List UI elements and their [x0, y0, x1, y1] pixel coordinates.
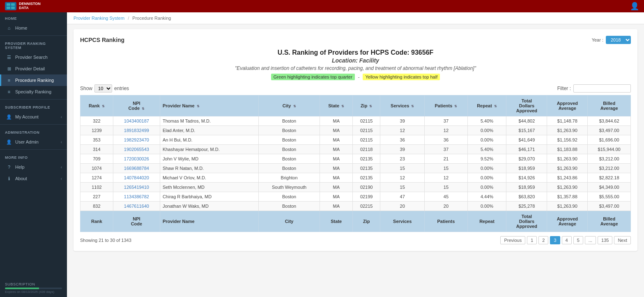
cell-provider: Jonathan W Waks, MD — [160, 202, 258, 211]
cell-state: MA — [320, 116, 353, 126]
footer-state: State — [320, 211, 353, 232]
cell-npi: 1265419410 — [113, 183, 160, 192]
footer-rank: Rank — [80, 211, 113, 232]
table-row: 1074 1669688784 Shaw R Natan, M.D. Bosto… — [80, 164, 631, 173]
col-zip: Zip ⇅ — [353, 95, 380, 116]
cell-rank: 1102 — [80, 183, 113, 192]
sidebar-item-specialty-ranking[interactable]: ≡ Specialty Ranking — [0, 86, 67, 97]
npi-link[interactable]: 1407844020 — [124, 175, 149, 180]
cell-billed-avg: $4,349.00 — [588, 183, 631, 192]
page-btn-2[interactable]: 2 — [538, 236, 548, 244]
cell-provider: Thomas M Tadros, M.D. — [160, 116, 258, 126]
page-btn-135[interactable]: 135 — [598, 236, 612, 244]
cell-repeat: 0.00% — [467, 164, 506, 173]
npi-link[interactable]: 1891832499 — [124, 128, 149, 133]
logo-icon — [5, 2, 16, 10]
breadcrumb-parent[interactable]: Provider Ranking System — [74, 16, 124, 21]
cell-npi: 1891832499 — [113, 126, 160, 135]
col-repeat: Repeat ⇅ — [467, 95, 506, 116]
col-total-dollars: TotalDollarsApproved — [506, 95, 547, 116]
col-rank: Rank ⇅ — [80, 95, 113, 116]
npi-link[interactable]: 1720030026 — [124, 156, 149, 161]
sort-state[interactable]: ⇅ — [341, 104, 344, 108]
cell-repeat: 0.00% — [467, 183, 506, 192]
svg-rect-3 — [11, 7, 15, 9]
cell-repeat: 0.00% — [467, 202, 506, 211]
npi-link[interactable]: 1982923470 — [124, 137, 149, 142]
filter-input[interactable] — [573, 84, 631, 93]
sidebar-label-provider-detail: Provider Detail — [15, 66, 45, 71]
cell-billed-avg: $3,212.00 — [588, 154, 631, 164]
cell-services: 12 — [380, 173, 425, 183]
cell-city: Boston — [258, 145, 320, 154]
sort-city[interactable]: ⇅ — [293, 104, 296, 108]
cell-zip: 02115 — [353, 135, 380, 145]
npi-link[interactable]: 1265419410 — [124, 185, 149, 190]
sidebar-label-my-account: My Account — [15, 114, 39, 119]
next-button[interactable]: Next — [614, 236, 631, 244]
footer-billed: BilledAverage — [588, 211, 631, 232]
sort-rank[interactable]: ⇅ — [102, 104, 105, 108]
sidebar-item-procedure-ranking[interactable]: ≡ Procedure Ranking — [0, 74, 67, 86]
user-avatar-icon[interactable]: 👤 — [630, 2, 639, 11]
cell-city: Boston — [258, 126, 320, 135]
npi-link[interactable]: 1669688784 — [124, 166, 149, 171]
prev-button[interactable]: Previous — [500, 236, 525, 244]
entries-select[interactable]: 10 25 50 — [94, 84, 112, 93]
cell-rank: 709 — [80, 154, 113, 164]
page-btn-1[interactable]: 1 — [527, 236, 537, 244]
sidebar-item-home[interactable]: ⌂ Home — [0, 22, 67, 34]
cell-total-dollars: $15,167 — [506, 126, 547, 135]
sidebar-item-help[interactable]: ? Help ‹ — [0, 161, 67, 173]
entries-label: entries — [114, 86, 129, 91]
subscription-label: SUBSCRIPTION — [5, 282, 62, 286]
breadcrumb: Provider Ranking System / Procedure Rank… — [67, 12, 644, 24]
col-approved-avg: ApprovedAverage — [547, 95, 588, 116]
page-btn-5[interactable]: 5 — [573, 236, 583, 244]
table-row: 832 1467611640 Jonathan W Waks, MD Bosto… — [80, 202, 631, 211]
cell-approved-avg: $1,156.92 — [547, 135, 588, 145]
year-dropdown[interactable]: 2018 2017 2016 — [606, 36, 631, 44]
breadcrumb-separator: / — [128, 16, 129, 21]
show-entries: Show 10 25 50 entries — [80, 84, 129, 93]
sort-services[interactable]: ⇅ — [411, 104, 414, 108]
table-controls: Show 10 25 50 entries Filter : — [80, 84, 631, 93]
sort-patients[interactable]: ⇅ — [454, 104, 457, 108]
home-icon: ⌂ — [6, 25, 12, 31]
sidebar-item-provider-search[interactable]: ☰ Provider Search — [0, 51, 67, 63]
sort-provider[interactable]: ⇅ — [197, 104, 200, 108]
page-btn-3[interactable]: 3 — [550, 236, 560, 244]
cell-zip: 02135 — [353, 173, 380, 183]
sidebar-item-provider-detail[interactable]: ⊞ Provider Detail — [0, 63, 67, 74]
npi-link[interactable]: 1467611640 — [124, 204, 149, 209]
cell-npi: 1982923470 — [113, 135, 160, 145]
cell-total-dollars: $41,649 — [506, 135, 547, 145]
sort-zip[interactable]: ⇅ — [369, 104, 372, 108]
sort-repeat[interactable]: ⇅ — [494, 104, 497, 108]
sidebar-label-provider-search: Provider Search — [15, 55, 48, 60]
sidebar-item-my-account[interactable]: 👤 My Account ‹ — [0, 111, 67, 123]
col-npi: NPICode ⇅ — [113, 95, 160, 116]
divider-4 — [0, 149, 67, 150]
sidebar-item-user-admin[interactable]: 👤 User Admin ‹ — [0, 136, 67, 148]
cell-billed-avg: $5,555.00 — [588, 192, 631, 202]
legend-separator: - — [358, 74, 360, 79]
cell-state: MA — [320, 183, 353, 192]
table-row: 709 1720030026 John V Wylie, MD Boston M… — [80, 154, 631, 164]
arrow-about: ‹ — [61, 176, 62, 181]
npi-link[interactable]: 1134386782 — [124, 194, 149, 199]
cell-approved-avg: $1,243.86 — [547, 173, 588, 183]
npi-link[interactable]: 1902065543 — [124, 147, 149, 152]
svg-rect-1 — [11, 3, 15, 6]
cell-state: MA — [320, 145, 353, 154]
page-btn-4[interactable]: 4 — [562, 236, 572, 244]
sort-npi[interactable]: ⇅ — [142, 107, 145, 111]
cell-provider: Chirag R Barbhaiya, MD — [160, 192, 258, 202]
sidebar-item-about[interactable]: ℹ About ‹ — [0, 173, 67, 184]
cell-state: MA — [320, 202, 353, 211]
data-table: Rank ⇅ NPICode ⇅ Provider Name ⇅ City ⇅ … — [80, 95, 631, 232]
breadcrumb-current: Procedure Ranking — [132, 16, 171, 21]
npi-link[interactable]: 1043400187 — [124, 118, 149, 123]
table-subtitle: Location: Facility — [80, 57, 631, 64]
cell-city: Boston — [258, 202, 320, 211]
